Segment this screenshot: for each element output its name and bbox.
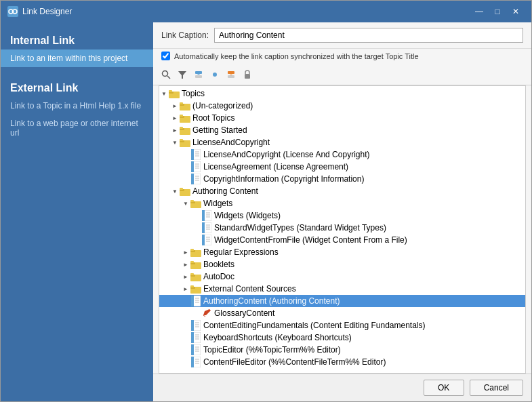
tree-label-license-and-copyright-doc: LicenseAndCopyright (License And Copyrig… xyxy=(203,150,369,159)
expander-keyboard-shortcuts xyxy=(181,333,190,342)
tree-node-root-topics[interactable]: ► Root Topics xyxy=(159,112,525,124)
link-designer-window: Link Designer — □ ✕ Internal Link Link t… xyxy=(0,0,532,402)
tree-label-license-agreement: LicenseAgreement (License Agreement) xyxy=(203,162,348,172)
folder-icon xyxy=(190,284,201,294)
tree-label-widget-content-file: WidgetContentFromFile (Widget Content Fr… xyxy=(214,235,407,245)
expander-root-topics[interactable]: ► xyxy=(170,113,180,123)
svg-rect-70 xyxy=(190,261,194,263)
cancel-button[interactable]: Cancel xyxy=(470,380,523,396)
tree-node-external-content[interactable]: ► External Content Sources xyxy=(159,283,525,295)
dot-button[interactable] xyxy=(207,67,222,82)
svg-rect-40 xyxy=(191,174,194,184)
tree-node-license-agreement[interactable]: LicenseAgreement (License Agreement) xyxy=(159,161,525,173)
tree-node-topics[interactable]: ▼ Topics xyxy=(159,87,525,100)
doc-icon xyxy=(201,223,212,233)
tree-label-content-editing-fund: ContentEditingFundamentals (Content Edit… xyxy=(203,321,426,330)
tree-label-regular-expr: Regular Expressions xyxy=(203,247,279,257)
close-button[interactable]: ✕ xyxy=(507,5,525,18)
expander-autodoc[interactable]: ► xyxy=(181,272,190,281)
doc-icon xyxy=(190,162,201,172)
tree-node-widgets-folder[interactable]: ▼ Widgets xyxy=(159,197,525,209)
expander-license-copyright[interactable]: ▼ xyxy=(170,138,180,147)
tree-node-content-editing-fund[interactable]: ContentEditingFundamentals (Content Edit… xyxy=(159,319,525,331)
tree-label-external-content: External Content Sources xyxy=(203,284,296,294)
tree-node-uncategorized[interactable]: ► (Un-categorized) xyxy=(159,100,525,112)
expander-copyright-info xyxy=(181,174,190,184)
tree-area: ▼ Topics► (Un-categorized)► Root Topics►… xyxy=(159,85,526,374)
folder-icon xyxy=(169,89,180,98)
sync-checkbox[interactable] xyxy=(161,52,170,60)
svg-rect-94 xyxy=(191,344,194,355)
sidebar-item-webpage[interactable]: Link to a web page or other internet url xyxy=(1,115,153,142)
app-icon xyxy=(7,6,18,17)
footer: OK Cancel xyxy=(153,374,531,401)
tree-node-standard-widget[interactable]: StandardWidgetTypes (Standard Widget Typ… xyxy=(159,222,525,234)
main-panel: Link Caption: Automatically keep the lin… xyxy=(153,22,531,401)
svg-rect-84 xyxy=(191,320,194,331)
tree-node-widgets-doc[interactable]: Widgets (Widgets) xyxy=(159,209,525,222)
expander-regular-expr[interactable]: ► xyxy=(181,247,190,257)
tree-node-widget-content-file[interactable]: WidgetContentFromFile (Widget Content Fr… xyxy=(159,234,525,246)
nav-up-button[interactable] xyxy=(191,67,206,82)
search-button[interactable] xyxy=(159,67,173,82)
expander-widget-content-file xyxy=(192,235,201,245)
svg-rect-35 xyxy=(191,161,194,172)
sync-bar: Automatically keep the link caption sync… xyxy=(153,49,531,64)
tree-label-uncategorized: (Un-categorized) xyxy=(192,101,253,110)
tree-node-booklets[interactable]: ► Booklets xyxy=(159,258,525,270)
folder-icon xyxy=(180,125,190,135)
sidebar-item-link-to-project[interactable]: Link to an item within this project xyxy=(1,49,153,67)
tree-label-getting-started: Getting Started xyxy=(192,125,247,135)
tree-node-autodoc[interactable]: ► AutoDoc xyxy=(159,270,525,283)
expander-standard-widget xyxy=(192,223,201,233)
expander-booklets[interactable]: ► xyxy=(181,260,190,269)
expander-license-agreement xyxy=(181,162,190,172)
svg-rect-30 xyxy=(191,149,194,160)
expander-widgets-folder[interactable]: ▼ xyxy=(181,199,190,208)
expander-topics[interactable]: ▼ xyxy=(159,89,169,98)
maximize-button[interactable]: □ xyxy=(489,5,506,18)
svg-rect-16 xyxy=(169,90,172,92)
expander-external-content[interactable]: ► xyxy=(181,284,190,294)
expander-uncategorized[interactable]: ► xyxy=(170,101,180,110)
expander-widgets-doc xyxy=(192,211,201,220)
doc-icon xyxy=(190,296,201,306)
tree-node-glossary-content[interactable]: GlossaryContent xyxy=(159,307,525,319)
ok-button[interactable]: OK xyxy=(424,380,464,396)
tree-node-content-file-editor[interactable]: ContentFileEditor (%%ContentFileTerm%% E… xyxy=(159,356,525,368)
tree-node-license-and-copyright-doc[interactable]: LicenseAndCopyright (License And Copyrig… xyxy=(159,148,525,161)
tree-node-authoring-content-doc[interactable]: AuthoringContent (Authoring Content) xyxy=(159,295,525,307)
tree-label-booklets: Booklets xyxy=(203,260,234,269)
minimize-button[interactable]: — xyxy=(470,5,488,18)
doc-icon xyxy=(190,321,201,330)
filter-button[interactable] xyxy=(175,67,190,82)
tree-label-glossary-content: GlossaryContent xyxy=(214,308,274,318)
lock-button[interactable] xyxy=(240,67,255,82)
expander-license-and-copyright-doc xyxy=(181,150,190,159)
svg-rect-73 xyxy=(190,273,194,275)
svg-point-9 xyxy=(213,73,217,77)
tree-node-copyright-info[interactable]: CopyrightInformation (Copyright Informat… xyxy=(159,173,525,185)
svg-rect-12 xyxy=(228,75,234,78)
tree-node-getting-started[interactable]: ► Getting Started xyxy=(159,124,525,136)
expander-content-file-editor xyxy=(181,357,190,367)
tree-node-topic-editor[interactable]: TopicEditor (%%TopicTerm%% Editor) xyxy=(159,344,525,356)
folder-icon xyxy=(180,186,190,196)
tree-node-license-copyright[interactable]: ▼ LicenseAndCopyright xyxy=(159,136,525,148)
expander-getting-started[interactable]: ► xyxy=(170,125,180,135)
svg-rect-67 xyxy=(190,249,194,251)
link-caption-input[interactable] xyxy=(214,28,523,43)
nav-down-button[interactable] xyxy=(224,67,239,82)
tree-label-license-copyright: LicenseAndCopyright xyxy=(192,138,270,147)
tree-node-regular-expr[interactable]: ► Regular Expressions xyxy=(159,246,525,258)
expander-topic-editor xyxy=(181,345,190,355)
folder-icon xyxy=(190,247,201,257)
tree-node-keyboard-shortcuts[interactable]: KeyboardShortcuts (Keyboard Shortcuts) xyxy=(159,331,525,344)
sidebar-item-html-help[interactable]: Link to a Topic in a Html Help 1.x file xyxy=(1,97,153,115)
folder-icon xyxy=(180,138,190,147)
expander-authoring-content[interactable]: ▼ xyxy=(170,186,180,196)
svg-rect-22 xyxy=(180,115,183,117)
tree-node-authoring-content[interactable]: ▼ Authoring Content xyxy=(159,185,525,197)
folder-icon xyxy=(190,199,201,208)
tree-label-copyright-info: CopyrightInformation (Copyright Informat… xyxy=(203,174,364,184)
